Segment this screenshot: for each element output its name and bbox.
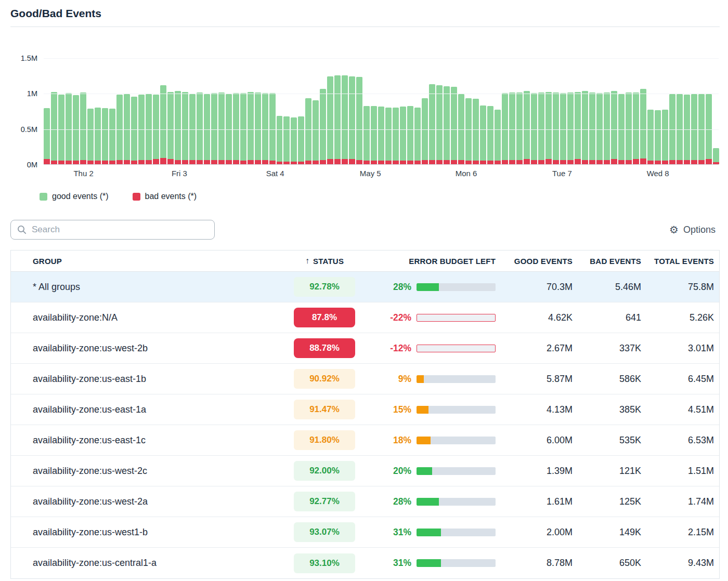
- chart-bar: [44, 108, 50, 164]
- header-total-events[interactable]: TOTAL EVENTS: [641, 257, 719, 266]
- chart-bar: [611, 91, 617, 164]
- status-badge: 88.78%: [294, 338, 355, 358]
- chart-bar: [363, 106, 370, 164]
- chart-bar: [255, 93, 261, 164]
- chart-bar: [80, 93, 86, 164]
- total-events-value: 75.8M: [641, 282, 719, 293]
- chart-bar: [473, 99, 479, 164]
- header-good-events[interactable]: GOOD EVENTS: [496, 257, 573, 266]
- table-row[interactable]: availability-zone:us-east-1c 91.80% 18% …: [11, 425, 719, 456]
- legend-label: bad events (*): [145, 192, 197, 201]
- chart-bar: [480, 105, 486, 164]
- chart-bar: [182, 92, 188, 164]
- chart-bar: [647, 110, 654, 164]
- total-events-value: 6.53M: [641, 435, 719, 446]
- error-budget-bar-fill: [417, 283, 439, 291]
- header-status[interactable]: ↑ STATUS: [285, 256, 363, 266]
- bad-events-value: 586K: [573, 374, 641, 385]
- table-header-row: GROUP ↑ STATUS ERROR BUDGET LEFT GOOD EV…: [11, 250, 719, 272]
- status-badge: 87.8%: [294, 308, 355, 327]
- chart-bar: [422, 98, 428, 164]
- chart-bar: [524, 91, 530, 164]
- page-title: Good/Bad Events: [10, 5, 720, 27]
- error-budget-bar: [417, 467, 496, 475]
- status-badge: 93.07%: [294, 522, 355, 542]
- table-row[interactable]: availability-zone:us-east-1a 91.47% 15% …: [11, 394, 719, 425]
- chart-bar: [604, 93, 610, 164]
- error-budget-value: -22%: [390, 312, 411, 323]
- chart-bar: [575, 92, 581, 164]
- total-events-value: 5.26K: [641, 312, 719, 323]
- chart-bar: [436, 85, 443, 164]
- chart-bar: [197, 93, 203, 164]
- search-box[interactable]: [10, 220, 215, 240]
- good-events-value: 2.67M: [496, 343, 573, 354]
- table-row[interactable]: availability-zone:us-west-2c 92.00% 20% …: [11, 456, 719, 486]
- chart-bar: [277, 116, 283, 164]
- chart-bars: [44, 58, 719, 164]
- chart-x-axis: Thu 2Fri 3Sat 4May 5Mon 6Tue 7Wed 8: [44, 164, 719, 180]
- table-row[interactable]: availability-zone:N/A 87.8% -22% 4.62K 6…: [11, 302, 719, 333]
- legend-swatch: [133, 193, 140, 201]
- good-events-value: 4.62K: [496, 312, 573, 323]
- good-events-value: 1.39M: [496, 466, 573, 477]
- error-budget-bar-fill: [417, 375, 424, 383]
- header-group[interactable]: GROUP: [33, 257, 285, 266]
- good-events-value: 2.00M: [496, 527, 573, 538]
- error-budget-bar-fill: [417, 467, 432, 475]
- chart-bar: [291, 117, 297, 164]
- table-row[interactable]: availability-zone:us-west-2b 88.78% -12%…: [11, 333, 719, 364]
- group-name: availability-zone:N/A: [33, 312, 285, 323]
- good-events-value: 70.3M: [496, 282, 573, 293]
- group-name: availability-zone:us-east-1b: [33, 374, 285, 385]
- good-events-value: 8.78M: [496, 558, 573, 569]
- total-events-value: 3.01M: [641, 343, 719, 354]
- chart-bar: [160, 85, 166, 164]
- group-name: availability-zone:us-west-2a: [33, 496, 285, 507]
- table-row[interactable]: * All groups 92.78% 28% 70.3M 5.46M 75.8…: [11, 272, 719, 302]
- search-input[interactable]: [32, 225, 208, 235]
- chart-bar: [429, 84, 435, 164]
- error-budget-bar: [417, 498, 496, 506]
- header-bad-events[interactable]: BAD EVENTS: [573, 257, 641, 266]
- bad-events-value: 641: [573, 312, 641, 323]
- chart-bar: [95, 108, 101, 164]
- error-budget-value: 18%: [393, 435, 411, 446]
- y-axis-tick-label: 0M: [27, 161, 37, 169]
- gridline: [44, 129, 719, 130]
- legend-item[interactable]: bad events (*): [133, 192, 197, 201]
- options-button[interactable]: ⚙ Options: [669, 225, 720, 235]
- status-badge: 92.77%: [294, 492, 355, 511]
- status-badge: 90.92%: [294, 369, 355, 389]
- bad-events-value: 149K: [573, 527, 641, 538]
- bad-events-value: 337K: [573, 343, 641, 354]
- x-axis-tick-label: Thu 2: [73, 169, 93, 178]
- legend-item[interactable]: good events (*): [40, 192, 109, 201]
- table-row[interactable]: availability-zone:us-west-2a 92.77% 28% …: [11, 486, 719, 517]
- table-row[interactable]: availability-zone:us-central1-a 93.10% 3…: [11, 548, 719, 578]
- chart-bar: [248, 92, 254, 164]
- total-events-value: 4.51M: [641, 404, 719, 415]
- error-budget-bar: [417, 283, 496, 291]
- chart-bar: [400, 107, 406, 164]
- chart-bar: [465, 98, 472, 164]
- good-events-value: 6.00M: [496, 435, 573, 446]
- x-axis-tick-label: Wed 8: [647, 169, 669, 178]
- chart-bar: [516, 93, 523, 164]
- group-name: * All groups: [33, 282, 285, 293]
- header-error-budget[interactable]: ERROR BUDGET LEFT: [363, 257, 496, 266]
- chart-bar: [313, 100, 319, 164]
- chart-bar: [305, 98, 311, 164]
- title-divider: [10, 27, 720, 27]
- chart-bar: [102, 108, 108, 164]
- error-budget-value: 28%: [393, 496, 411, 507]
- legend-label: good events (*): [52, 192, 109, 201]
- chart-bar: [51, 92, 57, 164]
- table-row[interactable]: availability-zone:us-west1-b 93.07% 31% …: [11, 517, 719, 548]
- chart-bar: [444, 86, 450, 164]
- bad-events-value: 385K: [573, 404, 641, 415]
- chart-bar: [545, 92, 552, 164]
- table-row[interactable]: availability-zone:us-east-1b 90.92% 9% 5…: [11, 364, 719, 394]
- chart-bar: [640, 89, 646, 164]
- options-label: Options: [683, 225, 716, 235]
